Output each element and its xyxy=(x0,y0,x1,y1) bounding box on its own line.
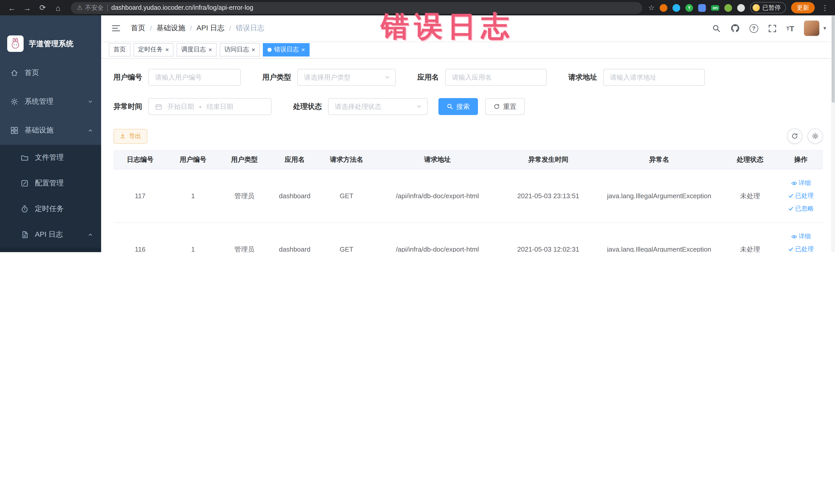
breadcrumb-home[interactable]: 首页 xyxy=(131,24,145,33)
sidebar-item-access-logs[interactable]: 访问日志 xyxy=(0,247,101,252)
detail-link[interactable]: 详细 xyxy=(791,230,811,243)
tag-label: 错误日志 xyxy=(274,45,299,54)
extension-icon-blue-grid[interactable] xyxy=(698,4,706,12)
select-placeholder: 请选择用户类型 xyxy=(304,73,351,82)
filter-label: 应用名 xyxy=(418,73,439,82)
calendar-icon xyxy=(155,103,162,110)
omnibox-divider xyxy=(107,4,108,11)
close-icon[interactable]: × xyxy=(208,46,212,53)
bookmark-star-icon[interactable]: ☆ xyxy=(648,4,655,12)
extension-icon-green-y[interactable]: Y xyxy=(685,4,693,12)
detail-link[interactable]: 详细 xyxy=(791,177,811,189)
mark-processed-link[interactable]: 已处理 xyxy=(788,243,814,252)
breadcrumb-api-logs[interactable]: API 日志 xyxy=(197,24,225,33)
sidebar-item-file-management[interactable]: 文件管理 xyxy=(0,145,101,170)
date-range-picker[interactable]: 开始日期 - 结束日期 xyxy=(148,98,271,115)
browser-home-button[interactable]: ⌂ xyxy=(51,2,65,14)
log-id: 116 xyxy=(114,245,167,252)
logo-rabbit-icon xyxy=(7,36,24,52)
request-url-input[interactable] xyxy=(603,69,705,86)
security-warning[interactable]: ⚠ 不安全 xyxy=(77,3,104,12)
extension-icon-blue-drop[interactable] xyxy=(673,4,680,12)
sidebar-item-scheduled-tasks[interactable]: 定时任务 xyxy=(0,196,101,222)
extension-icon-leaf[interactable] xyxy=(725,4,732,12)
user-id: 1 xyxy=(167,245,219,252)
exception-time: 2021-05-03 12:02:31 xyxy=(502,245,595,252)
tag-access-logs[interactable]: 访问日志 × xyxy=(220,43,260,56)
reset-button[interactable]: 重置 xyxy=(485,98,525,115)
app-name: dashboard xyxy=(269,245,320,252)
github-icon[interactable] xyxy=(731,24,740,33)
export-button[interactable]: 导出 xyxy=(114,129,147,143)
filter-row-1: 用户编号 用户类型 请选择用户类型 应用名 xyxy=(114,69,823,86)
sidebar-item-config-management[interactable]: 配置管理 xyxy=(0,170,101,196)
user-id-input[interactable] xyxy=(148,69,241,86)
topbar-tools: ? TT ▼ xyxy=(712,21,827,36)
help-icon[interactable]: ? xyxy=(750,24,758,33)
breadcrumb-infrastructure[interactable]: 基础设施 xyxy=(157,24,185,33)
browser-update-button[interactable]: 更新 xyxy=(791,2,815,13)
select-placeholder: 请选择处理状态 xyxy=(335,102,382,111)
browser-reload-button[interactable]: ⟳ xyxy=(36,2,49,14)
sidebar-item-api-logs[interactable]: API 日志 xyxy=(0,222,101,247)
breadcrumb-separator: / xyxy=(229,24,231,32)
sidebar-item-label: 文件管理 xyxy=(35,153,64,162)
table-header-row: 日志编号 用户编号 用户类型 应用名 请求方法名 请求地址 异常发生时间 异常名… xyxy=(114,150,823,169)
column-settings-button[interactable] xyxy=(808,128,823,144)
font-size-icon[interactable]: TT xyxy=(787,24,794,33)
sidebar-item-system-management[interactable]: 系统管理 xyxy=(0,87,101,116)
sidebar-item-infrastructure[interactable]: 基础设施 xyxy=(0,116,101,145)
log-id: 117 xyxy=(114,192,167,200)
browser-forward-button[interactable]: → xyxy=(21,2,34,14)
tag-error-logs[interactable]: 错误日志 × xyxy=(263,43,309,56)
mark-ignored-link[interactable]: 已忽略 xyxy=(788,202,814,215)
paused-label: 已暂停 xyxy=(762,3,781,12)
mark-processed-link[interactable]: 已处理 xyxy=(788,189,814,202)
app-title: 芋道管理系统 xyxy=(29,39,74,48)
tag-dispatch-logs[interactable]: 调度日志 × xyxy=(177,43,217,56)
filter-label: 处理状态 xyxy=(293,102,322,111)
search-button[interactable]: 搜索 xyxy=(439,98,478,115)
chevron-up-icon xyxy=(88,232,93,237)
tag-scheduled-tasks[interactable]: 定时任务 × xyxy=(134,43,174,56)
page-content: 用户编号 用户类型 请选择用户类型 应用名 xyxy=(101,59,835,252)
process-status-select[interactable]: 请选择处理状态 xyxy=(328,98,428,115)
user-type: 管理员 xyxy=(219,245,269,252)
chevron-down-icon xyxy=(88,99,93,104)
user-menu[interactable]: ▼ xyxy=(804,21,827,36)
column-header: 异常发生时间 xyxy=(502,155,595,164)
app-logo[interactable]: 芋道管理系统 xyxy=(0,15,101,59)
column-header: 应用名 xyxy=(269,155,320,164)
sidebar-item-label: 系统管理 xyxy=(25,97,54,106)
tag-home[interactable]: 首页 xyxy=(109,43,130,56)
collapse-sidebar-button[interactable] xyxy=(109,22,123,35)
close-icon[interactable]: × xyxy=(251,46,255,53)
process-status: 未处理 xyxy=(724,191,777,201)
search-icon[interactable] xyxy=(712,24,721,33)
search-button-label: 搜索 xyxy=(456,102,470,111)
app-name-input[interactable] xyxy=(445,69,547,86)
date-end-placeholder: 结束日期 xyxy=(207,102,233,111)
extension-on-badge[interactable]: on xyxy=(711,5,719,11)
sidebar-item-label: API 日志 xyxy=(35,230,63,239)
user-type-select[interactable]: 请选择用户类型 xyxy=(297,69,396,86)
app-name: dashboard xyxy=(269,192,320,200)
browser-back-button[interactable]: ← xyxy=(5,2,19,14)
address-bar[interactable]: ⚠ 不安全 dashboard.yudao.iocoder.cn/infra/l… xyxy=(71,2,642,14)
sidebar-item-home[interactable]: 首页 xyxy=(0,59,101,87)
extension-icon-paw[interactable] xyxy=(737,4,745,12)
refresh-button[interactable] xyxy=(787,128,802,144)
page-scrollbar[interactable] xyxy=(831,15,835,252)
chevron-up-icon xyxy=(88,128,93,133)
url-text[interactable]: dashboard.yudao.iocoder.cn/infra/log/api… xyxy=(111,4,253,11)
close-icon[interactable]: × xyxy=(165,46,169,53)
paused-profile-badge[interactable]: 已暂停 xyxy=(750,2,786,13)
close-icon[interactable]: × xyxy=(301,46,305,53)
fullscreen-icon[interactable] xyxy=(768,24,777,33)
table-row: 117 1 管理员 dashboard GET /api/infra/db-do… xyxy=(114,169,823,223)
avatar[interactable] xyxy=(804,21,819,36)
column-header: 请求方法名 xyxy=(320,155,373,164)
extension-icon-orange[interactable] xyxy=(660,4,667,12)
browser-menu-icon[interactable]: ⋮ xyxy=(820,4,830,12)
scrollbar-thumb[interactable] xyxy=(832,15,835,103)
